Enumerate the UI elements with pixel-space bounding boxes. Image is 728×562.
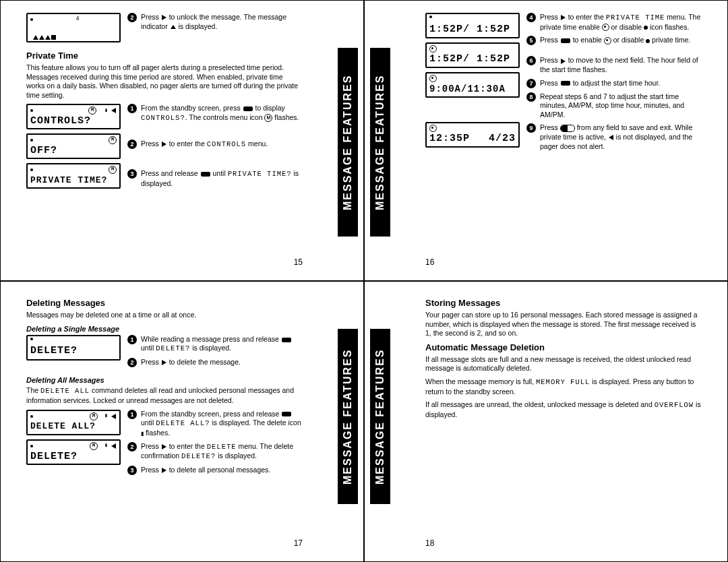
page-15: 4 2 Press to unlock the message. The mes… <box>0 0 364 281</box>
lcd-private-time: M PRIVATE TIME? <box>26 163 121 189</box>
lcd-off: M OFF? <box>26 133 121 159</box>
step-delall-3: 3 Press to delete all personal messages. <box>127 466 303 475</box>
heading-delete-single: Deleting a Single Message <box>26 324 303 334</box>
page-number: 15 <box>294 257 303 268</box>
step-pt-8: 8 Repeat steps 6 and 7 to adjust the sta… <box>526 92 702 120</box>
page-number: 18 <box>425 538 434 549</box>
lcd-time-3: 9:00A/11:30A <box>425 72 520 98</box>
lcd-controls: M▮ CONTROLS? <box>26 104 121 129</box>
lcd-delete-confirm: M▮ DELETE? <box>26 439 121 465</box>
heading-delete-all: Deleting All Messages <box>26 375 303 385</box>
step-delall-1: 1 From the standby screen, press and rel… <box>127 410 303 438</box>
heading-storing-messages: Storing Messages <box>425 298 702 309</box>
lcd-time-2: 1:52P/ 1:52P <box>425 42 520 68</box>
lcd-delete: DELETE? <box>26 335 121 361</box>
page-17: Deleting Messages Messages may be delete… <box>0 281 364 562</box>
desc-storing: Your pager can store up to 16 personal m… <box>425 311 702 338</box>
desc-auto-delete-1: If all message slots are full and a new … <box>425 355 702 373</box>
tab-message-features: MESSAGE FEATURES <box>338 329 358 504</box>
step-unlock-2: 2 Press to unlock the message. The messa… <box>127 13 303 31</box>
page-18: Storing Messages Your pager can store up… <box>364 281 728 562</box>
tab-message-features: MESSAGE FEATURES <box>370 48 390 237</box>
desc-delete-all: The DELETE ALL command deletes all read … <box>26 386 303 405</box>
step-pt-1: 1 From the standby screen, press to disp… <box>127 104 303 123</box>
tab-message-features: MESSAGE FEATURES <box>370 329 390 504</box>
heading-auto-delete: Automatic Message Deletion <box>425 342 702 354</box>
page-number: 16 <box>425 257 434 268</box>
lcd-msg-indicator: 4 <box>26 13 121 42</box>
step-pt-7: 7 Press to adjust the start time hour. <box>526 79 702 88</box>
tab-message-features: MESSAGE FEATURES <box>338 48 358 237</box>
step-pt-6: 6 Press to move to the next field. The h… <box>526 56 702 74</box>
step-pt-2: 2 Press to enter the CONTROLS menu. <box>127 139 303 150</box>
heading-deleting-messages: Deleting Messages <box>26 298 303 309</box>
step-delall-2: 2 Press to enter the DELETE menu. The de… <box>127 442 303 462</box>
step-delsingle-1: 1 While reading a message press and rele… <box>127 335 303 354</box>
desc-auto-delete-2: When the message memory is full, MEMORY … <box>425 377 702 396</box>
step-pt-9: 9 Press from any field to save and exit.… <box>526 123 702 151</box>
lcd-time-1: 1:52P/ 1:52P <box>425 13 520 38</box>
lcd-standby: 12:35P4/23 <box>425 122 520 148</box>
desc-auto-delete-3: If all messages are unread, the oldest, … <box>425 400 702 419</box>
desc-deleting: Messages may be deleted one at a time or… <box>26 311 303 320</box>
step-delsingle-2: 2 Press to delete the message. <box>127 358 303 367</box>
lcd-delete-all: M▮ DELETE ALL? <box>26 410 121 435</box>
step-pt-4: 4 Press to enter the PRIVATE TIME menu. … <box>526 13 702 32</box>
desc-private-time: This feature allows you to turn off all … <box>26 63 303 100</box>
step-pt-3: 3 Press and release until PRIVATE TIME? … <box>127 169 303 188</box>
step-pt-5: 5 Press to enable or disable private tim… <box>526 36 702 45</box>
page-16: 1:52P/ 1:52P 1:52P/ 1:52P 9:00A/11:30A 1… <box>364 0 728 281</box>
page-number: 17 <box>294 538 303 549</box>
heading-private-time: Private Time <box>26 51 303 62</box>
